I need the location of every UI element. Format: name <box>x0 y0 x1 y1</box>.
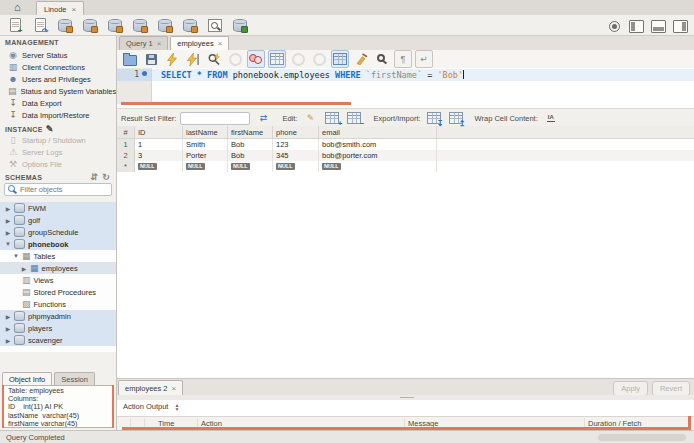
panel-splitter[interactable] <box>117 395 694 400</box>
column-header-[interactable]: # <box>117 126 135 138</box>
tree-item-phpmyadmin[interactable]: ▶phpmyadmin <box>0 310 117 322</box>
sql-editor[interactable]: 1 SELECT * FROM phonebook.employees WHER… <box>117 68 694 104</box>
tree-item-views[interactable]: ▥Views <box>0 274 117 286</box>
tree-item-phonebook[interactable]: ▼phonebook <box>0 238 117 250</box>
expander-icon[interactable]: ▼ <box>5 241 11 247</box>
connection-tab[interactable]: Linode × <box>36 1 84 16</box>
create-user-button[interactable] <box>181 16 199 34</box>
invisible-chars-button[interactable]: ¶ <box>394 50 412 68</box>
create-table-button[interactable] <box>81 16 99 34</box>
close-icon[interactable]: × <box>157 39 162 48</box>
beautify-button[interactable] <box>352 50 370 68</box>
column-header-id[interactable]: ID <box>135 126 183 138</box>
tree-item-stored-procedures[interactable]: ▤Stored Procedures <box>0 286 117 298</box>
create-function-button[interactable] <box>156 16 174 34</box>
tree-item-tables[interactable]: ▼▦Tables <box>0 250 117 262</box>
close-icon[interactable]: × <box>172 384 177 393</box>
rollback-button[interactable] <box>310 50 328 68</box>
expander-icon[interactable]: ▶ <box>21 265 27 272</box>
save-script-button[interactable] <box>142 50 160 68</box>
explain-button[interactable] <box>205 50 223 68</box>
expander-icon[interactable]: ▼ <box>13 253 19 259</box>
refresh-schemas-button[interactable]: ↻ <box>102 172 110 182</box>
result-set-filter-input[interactable] <box>180 112 250 125</box>
grid-cell[interactable]: bob@smith.com <box>319 139 437 150</box>
wrap-cell-button[interactable]: IA <box>542 109 560 127</box>
grid-cell[interactable]: Porter <box>183 150 228 161</box>
tree-item-fwm[interactable]: ▶FWM <box>0 202 117 214</box>
tab-object-info[interactable]: Object Info <box>2 372 52 385</box>
column-header-email[interactable]: email <box>319 126 437 138</box>
open-sql-script-button[interactable] <box>31 16 49 34</box>
reconnect-dbms-button[interactable] <box>231 16 249 34</box>
tree-item-golf[interactable]: ▶golf <box>0 214 117 226</box>
toggle-stop-on-error-button[interactable] <box>247 50 265 68</box>
execute-button[interactable] <box>163 50 181 68</box>
query-tab-employees[interactable]: employees× <box>170 36 229 50</box>
close-icon[interactable]: × <box>72 5 77 14</box>
expander-icon[interactable]: ▶ <box>5 337 11 344</box>
connection-status-button[interactable] <box>605 17 623 35</box>
add-record-button[interactable]: + <box>323 109 341 127</box>
wrap-lines-button[interactable]: ↵ <box>415 50 433 68</box>
tree-item-functions[interactable]: ▧Functions <box>0 298 117 310</box>
limit-rows-button[interactable] <box>268 50 286 68</box>
action-output-selector[interactable]: Action Output ▲▼ <box>123 402 179 411</box>
sidebar-item-data-import-restore[interactable]: ↧Data Import/Restore <box>0 109 116 121</box>
grid-cell[interactable]: Bob <box>228 150 273 161</box>
stop-button[interactable] <box>226 50 244 68</box>
grid-cell[interactable]: 345 <box>273 150 319 161</box>
edit-record-button[interactable]: ✎ <box>301 109 319 127</box>
column-header-lastname[interactable]: lastName <box>183 126 228 138</box>
create-schema-button[interactable] <box>56 16 74 34</box>
grid-cell[interactable]: NULL <box>273 161 319 172</box>
grid-cell[interactable]: NULL <box>319 161 437 172</box>
sidebar-item-server-status[interactable]: ◉Server Status <box>0 49 116 61</box>
column-header-firstname[interactable]: firstName <box>228 126 273 138</box>
close-icon[interactable]: × <box>218 39 223 48</box>
grid-cell[interactable]: 1 <box>117 139 135 150</box>
tab-session[interactable]: Session <box>54 372 95 385</box>
create-view-button[interactable] <box>106 16 124 34</box>
search-table-data-button[interactable] <box>206 16 224 34</box>
revert-button[interactable]: Revert <box>652 381 690 396</box>
commit-button[interactable] <box>289 50 307 68</box>
grid-cell[interactable]: Bob <box>228 139 273 150</box>
horizontal-scrollbar[interactable] <box>598 434 686 441</box>
apply-button[interactable]: Apply <box>613 381 648 396</box>
open-file-button[interactable] <box>121 50 139 68</box>
home-tab-icon[interactable]: ⌂ <box>14 1 21 14</box>
expander-icon[interactable]: ▶ <box>5 217 11 224</box>
refresh-resultset-button[interactable]: ⇄ <box>254 109 272 127</box>
sidebar-item-status-and-system-variables[interactable]: ▤Status and System Variables <box>0 85 116 97</box>
new-query-tab-button[interactable] <box>6 16 24 34</box>
schema-filter-input[interactable] <box>18 184 102 195</box>
toggle-autocommit-button[interactable] <box>331 50 349 68</box>
grid-cell[interactable]: 2 <box>117 150 135 161</box>
column-header-phone[interactable]: phone <box>273 126 319 138</box>
tree-item-employees[interactable]: ▶▦employees <box>0 262 117 274</box>
toggle-left-panel-button[interactable] <box>627 17 645 35</box>
query-tab-query-1[interactable]: Query 1× <box>119 36 168 50</box>
delete-record-button[interactable]: − <box>345 109 363 127</box>
export-recordset-button[interactable]: ↧ <box>425 109 443 127</box>
grid-cell[interactable]: 3 <box>135 150 183 161</box>
expander-icon[interactable]: ▶ <box>5 205 11 212</box>
grid-cell[interactable]: NULL <box>135 161 183 172</box>
expander-icon[interactable]: ▶ <box>5 313 11 320</box>
tree-item-players[interactable]: ▶players <box>0 322 117 334</box>
resultset-tab[interactable]: employees 2 × <box>118 380 183 396</box>
sidebar-item-data-export[interactable]: ↧Data Export <box>0 97 116 109</box>
grid-cell[interactable]: NULL <box>228 161 273 172</box>
grid-cell[interactable]: * <box>117 161 135 172</box>
expander-icon[interactable]: ▶ <box>5 325 11 332</box>
tree-item-groupschedule[interactable]: ▶groupSchedule <box>0 226 117 238</box>
expander-icon[interactable]: ▶ <box>5 229 11 236</box>
toggle-right-panel-button[interactable] <box>671 17 689 35</box>
sidebar-item-users-and-privileges[interactable]: ☻Users and Privileges <box>0 73 116 85</box>
table-row[interactable]: 11SmithBob123bob@smith.com <box>117 139 694 150</box>
grid-cell[interactable]: Smith <box>183 139 228 150</box>
grid-cell[interactable]: 123 <box>273 139 319 150</box>
create-procedure-button[interactable] <box>131 16 149 34</box>
grid-cell[interactable]: NULL <box>183 161 228 172</box>
